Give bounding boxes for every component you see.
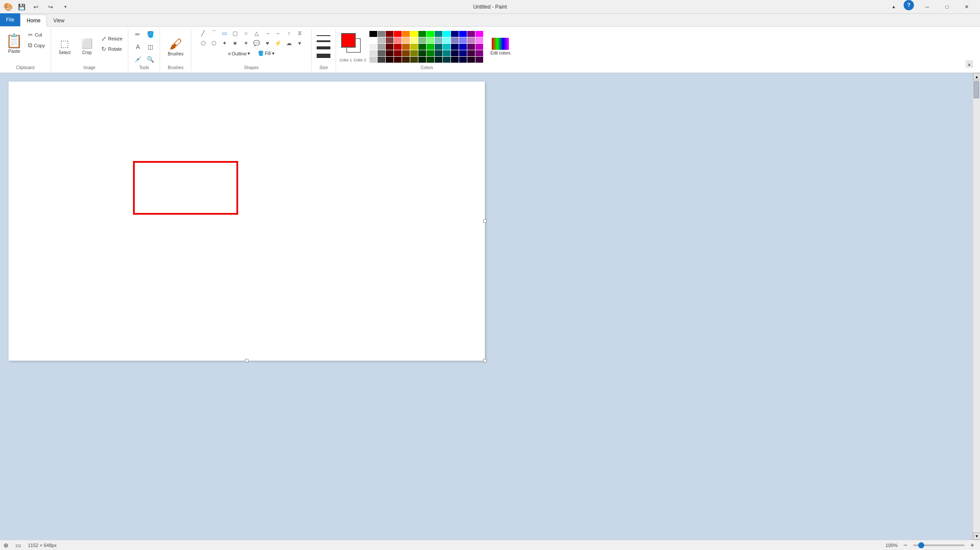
palette-cell[interactable] <box>402 37 410 43</box>
tab-file[interactable]: File <box>0 13 20 26</box>
palette-cell[interactable] <box>394 57 402 63</box>
resize-button[interactable]: ⤢ Resize <box>99 34 125 43</box>
palette-cell[interactable] <box>475 31 483 37</box>
palette-cell[interactable] <box>418 44 426 50</box>
palette-cell[interactable] <box>378 37 385 43</box>
collapse-ribbon-button[interactable]: ▲ <box>884 0 904 14</box>
palette-cell[interactable] <box>467 50 475 56</box>
tab-home[interactable]: Home <box>20 15 47 27</box>
brushes-button[interactable]: 🖌 Brushes <box>163 35 188 58</box>
palette-cell[interactable] <box>402 57 410 63</box>
paint-canvas[interactable] <box>9 82 485 361</box>
shape-hexagon[interactable]: ⬡ <box>209 38 219 48</box>
palette-cell[interactable] <box>451 44 459 50</box>
palette-cell[interactable] <box>369 50 377 56</box>
palette-cell[interactable] <box>418 31 426 37</box>
tab-view[interactable]: View <box>47 14 71 26</box>
palette-cell[interactable] <box>369 31 377 37</box>
shape-arrow-u[interactable]: ↑ <box>284 28 294 38</box>
palette-cell[interactable] <box>369 44 377 50</box>
palette-cell[interactable] <box>435 57 442 63</box>
palette-cell[interactable] <box>443 37 451 43</box>
palette-cell[interactable] <box>443 44 451 50</box>
shape-rect[interactable]: ▭ <box>219 28 230 38</box>
palette-cell[interactable] <box>426 44 434 50</box>
palette-cell[interactable] <box>410 50 418 56</box>
palette-cell[interactable] <box>459 37 467 43</box>
edit-colors-button[interactable]: Edit colors <box>487 36 514 58</box>
palette-cell[interactable] <box>426 50 434 56</box>
shape-line[interactable]: ╱ <box>198 28 208 38</box>
fill-tool-button[interactable]: 🪣 <box>144 28 156 40</box>
palette-cell[interactable] <box>443 31 451 37</box>
save-button[interactable]: 💾 <box>15 1 27 13</box>
shape-curve[interactable]: ⌒ <box>209 28 219 38</box>
palette-cell[interactable] <box>418 50 426 56</box>
palette-cell[interactable] <box>459 57 467 63</box>
scroll-up-button[interactable]: ▲ <box>973 73 980 80</box>
palette-cell[interactable] <box>435 37 442 43</box>
zoom-out-button[interactable]: − <box>901 541 910 550</box>
size-2-button[interactable] <box>317 40 330 42</box>
canvas-handle-corner[interactable] <box>483 359 487 362</box>
color-picker-button[interactable]: 💉 <box>132 53 144 65</box>
palette-cell[interactable] <box>426 57 434 63</box>
palette-cell[interactable] <box>410 31 418 37</box>
palette-cell[interactable] <box>426 37 434 43</box>
copy-button[interactable]: ⧉ Copy <box>26 40 47 50</box>
shape-ellipse[interactable]: ○ <box>241 28 251 38</box>
crop-button[interactable]: ⬜ Crop <box>77 36 97 57</box>
size-4-button[interactable] <box>317 54 330 58</box>
palette-cell[interactable] <box>435 31 442 37</box>
palette-cell[interactable] <box>467 31 475 37</box>
palette-cell[interactable] <box>394 37 402 43</box>
palette-cell[interactable] <box>378 50 385 56</box>
palette-cell[interactable] <box>459 31 467 37</box>
palette-cell[interactable] <box>418 57 426 63</box>
palette-cell[interactable] <box>435 50 442 56</box>
text-button[interactable]: A <box>132 41 144 53</box>
palette-cell[interactable] <box>410 57 418 63</box>
palette-cell[interactable] <box>475 57 483 63</box>
palette-cell[interactable] <box>459 44 467 50</box>
outline-button[interactable]: ≡ Outline ▾ <box>225 49 253 58</box>
palette-cell[interactable] <box>369 57 377 63</box>
zoom-slider[interactable] <box>913 544 965 546</box>
eraser-button[interactable]: ◫ <box>144 41 156 53</box>
undo-button[interactable]: ↩ <box>30 1 42 13</box>
scrollbar-thumb-v[interactable] <box>974 81 979 98</box>
palette-cell[interactable] <box>410 44 418 50</box>
magnifier-button[interactable]: 🔍 <box>144 53 156 65</box>
palette-cell[interactable] <box>402 44 410 50</box>
palette-cell[interactable] <box>394 50 402 56</box>
paste-button[interactable]: 📋 Paste <box>3 28 25 59</box>
color1-box[interactable] <box>341 33 356 48</box>
palette-cell[interactable] <box>467 37 475 43</box>
shape-arrow-r[interactable]: → <box>262 28 272 38</box>
palette-cell[interactable] <box>378 57 385 63</box>
shape-star4[interactable]: ✦ <box>219 38 230 48</box>
palette-cell[interactable] <box>394 44 402 50</box>
shape-lightning[interactable]: ⚡ <box>273 38 283 48</box>
qat-dropdown-button[interactable]: ▾ <box>59 1 71 13</box>
palette-cell[interactable] <box>426 31 434 37</box>
shape-arrow-l[interactable]: ← <box>273 28 283 38</box>
palette-cell[interactable] <box>459 50 467 56</box>
shape-cloud[interactable]: ☁ <box>284 38 294 48</box>
scroll-down-button[interactable]: ▼ <box>973 532 980 540</box>
palette-cell[interactable] <box>402 31 410 37</box>
palette-cell[interactable] <box>475 37 483 43</box>
shape-more[interactable]: ▾ <box>294 38 305 48</box>
palette-cell[interactable] <box>451 50 459 56</box>
shape-callout[interactable]: 💬 <box>251 38 262 48</box>
canvas-handle-bottom[interactable] <box>245 359 248 362</box>
close-button[interactable]: ✕ <box>957 0 977 14</box>
palette-cell[interactable] <box>386 50 393 56</box>
palette-cell[interactable] <box>451 31 459 37</box>
palette-cell[interactable] <box>435 44 442 50</box>
palette-cell[interactable] <box>369 37 377 43</box>
size-1-button[interactable] <box>317 35 330 36</box>
select-button[interactable]: ⬚ Select <box>54 36 75 57</box>
palette-cell[interactable] <box>386 37 393 43</box>
shape-triangle[interactable]: △ <box>251 28 262 38</box>
